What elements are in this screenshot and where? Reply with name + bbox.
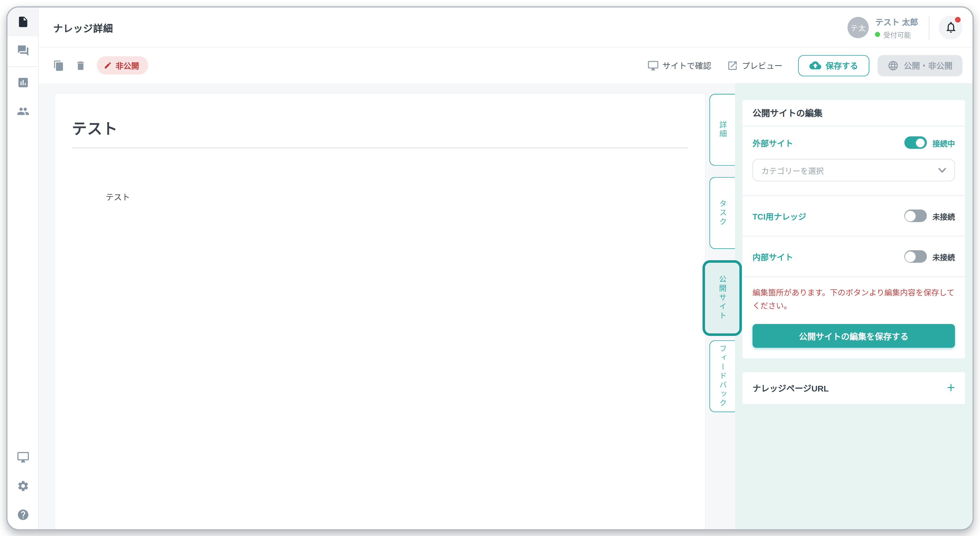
document-icon bbox=[17, 16, 29, 28]
chevron-down-icon bbox=[938, 168, 946, 173]
user-status: 受付可能 bbox=[875, 29, 918, 39]
save-label: 保存する bbox=[826, 59, 858, 71]
category-select[interactable]: カテゴリーを選択 bbox=[752, 159, 955, 181]
internal-site-state: 未接続 bbox=[932, 251, 955, 262]
tab-details-label: 詳細 bbox=[717, 121, 728, 139]
publish-status-label: 非公開 bbox=[116, 59, 139, 71]
tab-public-site[interactable]: 公開サイト bbox=[703, 260, 742, 336]
delete-button[interactable] bbox=[75, 60, 86, 71]
page-title: ナレッジ詳細 bbox=[53, 21, 113, 34]
app-window: ナレッジ詳細 テ太 テスト 太郎 受付可能 bbox=[6, 6, 974, 530]
copy-button[interactable] bbox=[53, 60, 64, 71]
sidebar-item-users[interactable] bbox=[8, 97, 38, 126]
header-divider bbox=[929, 15, 929, 39]
knowledge-body[interactable]: テスト bbox=[106, 191, 705, 203]
app-header: ナレッジ詳細 テ太 テスト 太郎 受付可能 bbox=[39, 8, 972, 48]
internal-site-label: 内部サイト bbox=[752, 250, 793, 263]
avatar[interactable]: テ太 bbox=[848, 17, 869, 38]
knowledge-url-label: ナレッジページURL bbox=[752, 382, 829, 394]
external-site-label: 外部サイト bbox=[752, 137, 793, 149]
globe-icon bbox=[888, 60, 899, 71]
knowledge-url-card: ナレッジページURL + bbox=[743, 372, 965, 404]
pencil-icon bbox=[104, 61, 112, 69]
public-site-panel: 公開サイトの編集 外部サイト 接続中 カテゴリーを選択 bbox=[735, 83, 972, 529]
status-dot bbox=[875, 32, 880, 37]
sidebar-item-chat[interactable] bbox=[8, 37, 38, 65]
sidebar-item-settings[interactable] bbox=[8, 472, 38, 501]
help-icon bbox=[17, 509, 29, 521]
notification-badge bbox=[955, 17, 961, 22]
tab-tasks-label: タスク bbox=[717, 199, 728, 227]
category-select-placeholder: カテゴリーを選択 bbox=[761, 164, 824, 176]
tab-feedback[interactable]: フィードバック bbox=[709, 340, 735, 412]
sidebar-item-analytics[interactable] bbox=[8, 68, 38, 97]
trash-icon bbox=[75, 60, 86, 71]
knowledge-document-card: テスト テスト bbox=[55, 94, 705, 529]
title-underline bbox=[72, 148, 688, 148]
add-url-button[interactable]: + bbox=[947, 381, 955, 395]
sidebar-item-knowledge[interactable] bbox=[8, 8, 38, 37]
chat-icon bbox=[17, 44, 29, 57]
content-area: テスト テスト 詳細 タスク 公開サイト フィードバック bbox=[39, 83, 972, 529]
external-site-toggle[interactable] bbox=[904, 136, 927, 149]
preview-label: プレビュー bbox=[742, 59, 783, 71]
bell-icon bbox=[944, 21, 957, 34]
tab-feedback-label: フィードバック bbox=[717, 345, 728, 408]
unsaved-changes-warning: 編集箇所があります。下のボタンより編集内容を保存してください。 bbox=[743, 277, 965, 317]
bar-chart-icon bbox=[17, 76, 29, 89]
user-status-label: 受付可能 bbox=[883, 29, 911, 39]
publish-toggle-label: 公開・非公開 bbox=[904, 59, 953, 71]
monitor-icon bbox=[648, 60, 659, 71]
tci-knowledge-label: TCI用ナレッジ bbox=[752, 210, 806, 222]
monitor-icon bbox=[17, 451, 29, 464]
screen: ナレッジ詳細 テ太 テスト 太郎 受付可能 bbox=[0, 0, 980, 536]
gear-icon bbox=[17, 480, 29, 492]
publish-status-badge[interactable]: 非公開 bbox=[97, 56, 148, 74]
external-site-state: 接続中 bbox=[932, 137, 955, 148]
sidebar-divider bbox=[8, 66, 38, 67]
toolbar: 非公開 サイトで確認 プレビュー 保存する bbox=[39, 48, 972, 83]
tab-tasks[interactable]: タスク bbox=[709, 177, 735, 249]
sidebar bbox=[8, 8, 39, 529]
tab-public-site-label: 公開サイト bbox=[717, 275, 727, 321]
panel-save-button[interactable]: 公開サイトの編集を保存する bbox=[752, 324, 955, 348]
save-button[interactable]: 保存する bbox=[798, 55, 869, 76]
knowledge-title[interactable]: テスト bbox=[72, 116, 688, 138]
panel-title: 公開サイトの編集 bbox=[743, 100, 965, 126]
user-name: テスト 太郎 bbox=[875, 15, 918, 27]
check-on-site-label: サイトで確認 bbox=[662, 59, 711, 71]
notifications-button[interactable] bbox=[939, 15, 963, 39]
tci-knowledge-toggle[interactable] bbox=[904, 209, 927, 222]
copy-icon bbox=[53, 60, 64, 71]
cloud-upload-icon bbox=[809, 59, 821, 71]
sidebar-item-help[interactable] bbox=[8, 500, 38, 529]
preview-button[interactable]: プレビュー bbox=[727, 59, 783, 71]
external-link-icon bbox=[727, 60, 738, 71]
tab-details[interactable]: 詳細 bbox=[709, 94, 735, 166]
publish-toggle-button[interactable]: 公開・非公開 bbox=[878, 55, 963, 76]
user-info[interactable]: テスト 太郎 受付可能 bbox=[875, 15, 918, 39]
public-site-edit-card: 公開サイトの編集 外部サイト 接続中 カテゴリーを選択 bbox=[743, 100, 965, 358]
internal-site-toggle[interactable] bbox=[904, 250, 927, 263]
check-on-site-button[interactable]: サイトで確認 bbox=[648, 59, 711, 71]
people-icon bbox=[17, 105, 29, 118]
sidebar-item-site[interactable] bbox=[8, 443, 38, 472]
tci-knowledge-state: 未接続 bbox=[932, 211, 955, 221]
